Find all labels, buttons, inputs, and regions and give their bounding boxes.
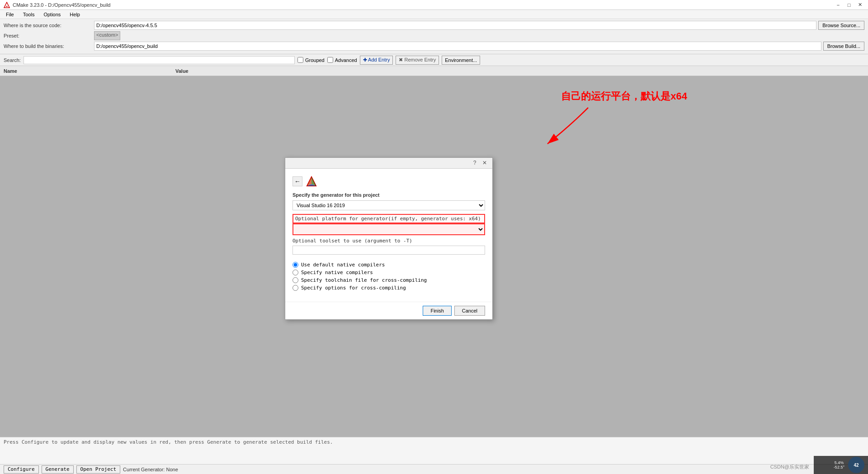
window-controls: − □ ✕: [834, 1, 864, 9]
add-entry-button[interactable]: ✚ Add Entry: [360, 56, 393, 65]
dialog-titlebar-controls: ? ✕: [471, 159, 489, 167]
source-label: Where is the source code:: [4, 23, 94, 28]
close-button[interactable]: ✕: [855, 1, 864, 9]
menu-tools[interactable]: Tools: [19, 11, 39, 18]
radio-default-compilers[interactable]: Use default native compilers: [292, 262, 485, 268]
search-input[interactable]: [24, 56, 295, 64]
radio-specify-compilers[interactable]: Specify native compilers: [292, 270, 485, 275]
toolset-input[interactable]: [292, 246, 485, 255]
modal-overlay: ? ✕ ←: [0, 76, 868, 437]
radio-toolchain-label: Specify toolchain file for cross-compili…: [301, 277, 427, 283]
radio-toolchain-file[interactable]: Specify toolchain file for cross-compili…: [292, 277, 485, 283]
dialog-section-title: Specify the generator for this project: [292, 192, 485, 198]
top-form: Where is the source code: Browse Source.…: [0, 19, 868, 54]
generate-button[interactable]: Generate: [42, 465, 74, 474]
grouped-label: Grouped: [305, 57, 325, 63]
generator-select[interactable]: Visual Studio 16 2019: [292, 200, 485, 210]
grouped-checkbox[interactable]: [297, 57, 303, 63]
remove-entry-button[interactable]: ✖ Remove Entry: [396, 56, 439, 65]
cpu-usage: 5.4%: [835, 460, 844, 465]
platform-select-wrapper: x64 x86: [292, 223, 485, 235]
dialog-nav: ←: [292, 176, 485, 187]
grouped-checkbox-group: Grouped: [297, 57, 325, 63]
advanced-checkbox[interactable]: [327, 57, 333, 63]
generator-dialog: ? ✕ ←: [285, 157, 493, 320]
col-name-header: Name: [4, 68, 175, 74]
table-header: Name Value: [0, 66, 868, 76]
col-value-header: Value: [175, 68, 864, 74]
radio-specify-compilers-label: Specify native compilers: [301, 270, 373, 275]
search-label: Search:: [4, 57, 21, 63]
preset-label: Preset:: [4, 33, 94, 38]
menu-options[interactable]: Options: [39, 11, 65, 18]
build-row: Where to build the binaries: Browse Buil…: [4, 42, 864, 51]
advanced-label: Advanced: [335, 57, 357, 63]
compiler-radio-group: Use default native compilers Specify nat…: [292, 262, 485, 291]
platform-select[interactable]: x64 x86: [293, 224, 484, 234]
current-generator-text: Current Generator: None: [123, 467, 178, 472]
title-bar: CMake 3.23.0 - D:/Opencv455/opencv_build…: [0, 0, 868, 10]
radio-cross-compile-label: Specify options for cross-compiling: [301, 285, 406, 291]
status-bar: Configure Generate Open Project Current …: [0, 464, 868, 474]
toolset-label: Optional toolset to use (argument to -T): [292, 238, 485, 244]
platform-label-wrapper: Optional platform for generator(if empty…: [292, 214, 485, 223]
output-area: Press Configure to update and display ne…: [0, 437, 868, 464]
menu-help[interactable]: Help: [66, 11, 84, 18]
radio-cross-compile-options[interactable]: Specify options for cross-compiling: [292, 285, 485, 291]
taskbar: 5.4% -52.5° 42: [814, 456, 868, 474]
clock-value: 42: [854, 463, 859, 468]
cancel-button[interactable]: Cancel: [454, 306, 485, 316]
system-tray: 5.4% -52.5°: [834, 460, 844, 469]
clock-widget: 42: [848, 457, 864, 473]
cmake-logo-icon: [306, 176, 317, 187]
dialog-help-button[interactable]: ?: [471, 159, 479, 167]
dialog-footer: Finish Cancel: [285, 302, 492, 319]
svg-marker-0: [4, 2, 9, 8]
content-area: 自己的运行平台，默认是x64 ? ✕: [0, 76, 868, 437]
output-text: Press Configure to update and display ne…: [4, 439, 333, 445]
window-title: CMake 3.23.0 - D:/Opencv455/opencv_build: [13, 2, 834, 8]
minimize-button[interactable]: −: [834, 1, 843, 9]
dialog-content: ← Specify the generator for this project: [285, 169, 492, 302]
watermark-text: CSDN@乐实世家: [770, 464, 809, 470]
browse-source-button[interactable]: Browse Source...: [818, 21, 864, 30]
source-row: Where is the source code: Browse Source.…: [4, 21, 864, 30]
menu-file[interactable]: File: [2, 11, 18, 18]
preset-value: <custom>: [94, 31, 120, 40]
menu-bar: File Tools Options Help: [0, 10, 868, 19]
temperature: -52.5°: [834, 465, 844, 469]
maximize-button[interactable]: □: [844, 1, 854, 9]
browse-build-button[interactable]: Browse Build...: [823, 42, 864, 51]
toolbar: Search: Grouped Advanced ✚ Add Entry ✖ R…: [0, 54, 868, 66]
nav-back-button[interactable]: ←: [292, 176, 302, 186]
app-container: Where is the source code: Browse Source.…: [0, 19, 868, 474]
environment-button[interactable]: Environment...: [442, 56, 480, 65]
configure-button[interactable]: Configure: [4, 465, 39, 474]
advanced-checkbox-group: Advanced: [327, 57, 357, 63]
platform-label: Optional platform for generator(if empty…: [295, 216, 482, 222]
preset-row: Preset: <custom>: [4, 31, 864, 40]
finish-button[interactable]: Finish: [423, 306, 451, 316]
source-input[interactable]: [94, 21, 816, 30]
dialog-close-button[interactable]: ✕: [481, 159, 489, 167]
open-project-button[interactable]: Open Project: [76, 465, 120, 474]
build-label: Where to build the binaries:: [4, 43, 94, 49]
app-icon: [4, 2, 10, 8]
build-input[interactable]: [94, 42, 821, 51]
dialog-titlebar: ? ✕: [285, 158, 492, 169]
radio-default-compilers-label: Use default native compilers: [301, 262, 385, 268]
